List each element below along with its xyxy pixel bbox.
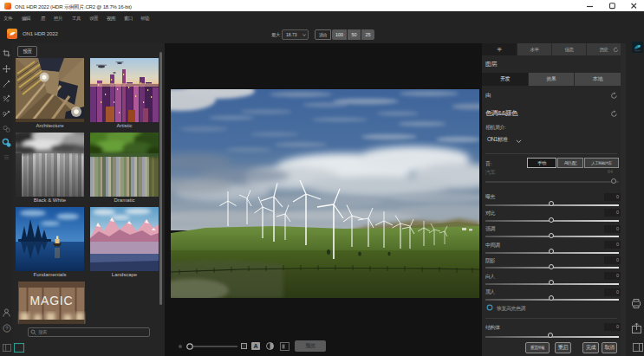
svg-text:?: ? bbox=[5, 326, 9, 331]
svg-text:MAGIC: MAGIC bbox=[30, 294, 74, 307]
